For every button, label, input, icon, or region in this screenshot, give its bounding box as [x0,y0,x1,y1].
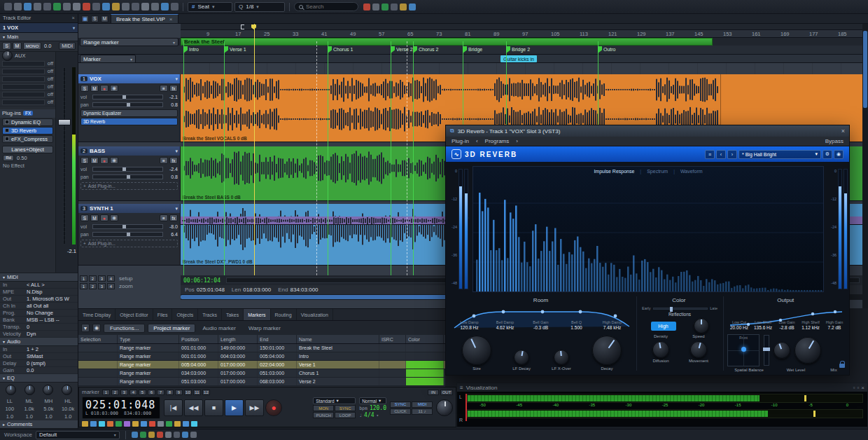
preset-number-button[interactable]: 1 [80,283,88,289]
toolbar-icon[interactable] [151,3,159,11]
marker-number-button[interactable]: 9 [175,390,183,395]
toolbar-icon[interactable] [409,4,416,11]
midi-setting-row[interactable]: Ch Inall Out all [0,303,78,310]
marker-number-button[interactable]: 4 [130,390,137,395]
marker-number-button[interactable]: 2 [111,390,119,395]
search-box[interactable] [294,2,358,11]
loop-flag-icon[interactable] [241,25,244,29]
pan-slider[interactable] [92,174,163,179]
chevron-down-icon[interactable]: ▾ [175,76,178,82]
midi-setting-row[interactable]: Transp.0 [0,324,78,331]
in-button[interactable]: IN [428,390,439,395]
section-midi[interactable]: ▾ MIDI [0,273,78,282]
table-header-cell[interactable]: Name [297,335,379,343]
toolbar-icon[interactable] [363,4,370,11]
project-tab[interactable]: Break the Steel.VIP × [111,14,178,23]
next-program-icon[interactable]: › [516,138,518,144]
aux-send-row[interactable]: off [0,76,55,83]
spatial-balance-pad[interactable]: Front [727,334,760,366]
display-tab[interactable]: Spectrum [647,169,668,174]
toolbar-icon[interactable] [141,3,149,11]
gear-icon[interactable]: ⚙ [822,150,832,159]
close-icon[interactable]: × [861,385,864,391]
snap-icon[interactable] [141,421,147,427]
table-row[interactable]: Range marker051:03:000017:00:000068:03:0… [78,378,445,386]
preset-number-button[interactable]: 2 [89,283,97,289]
section-marker-flag[interactable] [463,46,467,53]
section-eq[interactable]: ▾ EQ [0,374,78,383]
toolbar-icon[interactable] [83,3,90,11]
aux-send-row[interactable]: off [0,91,55,99]
preset-number-button[interactable]: 3 [98,275,106,282]
docker-tab[interactable]: Takes [222,309,244,320]
marker-number-button[interactable]: 3 [120,390,128,395]
statusbar-icon[interactable] [132,432,138,438]
eye-icon[interactable]: ◉ [92,324,101,332]
knob-dial[interactable] [592,336,622,365]
monitor-button[interactable]: ◉ [110,214,118,221]
eq-band-knob[interactable] [24,385,35,395]
record-arm-button[interactable]: ● [100,214,108,221]
toolbar-icon[interactable] [34,3,41,11]
speed-knob[interactable] [694,318,709,334]
sync2-button[interactable]: SYNC [390,401,411,408]
range-marker[interactable]: Break the Steel [181,38,713,46]
param-cell[interactable]: High Damp7.48 kHz [594,320,630,330]
lock-icon[interactable] [839,364,845,368]
marker-color-cell[interactable] [406,369,444,377]
read-button[interactable]: Rd [3,155,14,161]
preset-number-button[interactable]: 4 [107,283,115,289]
add-plugin-button[interactable]: +Add Plug-in... [80,240,178,247]
param-cell[interactable]: Low Gain-2.8 dB [775,320,799,330]
docker-tab[interactable]: Object Editor [115,309,153,320]
snap-icon[interactable] [132,421,139,427]
volume-slider-handle[interactable] [122,167,126,171]
docker-tab[interactable]: Objects [172,309,198,320]
volume-slider[interactable] [92,224,163,229]
toolbar-icon[interactable] [112,3,120,11]
statusbar-icon[interactable] [190,432,197,438]
eq-band-knob[interactable] [62,385,72,395]
track-selector[interactable]: 1 VOX ▾ [0,23,78,33]
table-header-cell[interactable]: ISRC [379,335,406,343]
stop-button[interactable]: ■ [204,399,223,416]
functions-button[interactable]: Functions... [104,324,145,333]
toolbar-icon[interactable] [4,3,12,11]
section-marker-flag[interactable] [413,46,417,53]
punch-button[interactable]: PUNCH [313,412,334,418]
automation-button[interactable]: ≡ [160,214,168,221]
param-cell[interactable]: High Gain7.2 dB [822,320,846,330]
marker-number-button[interactable]: 8 [166,390,174,395]
monitor-button[interactable]: ◉ [110,157,118,164]
click-volume[interactable]: 11 ♪ [412,408,433,415]
bpm-display[interactable]: bpm120.0 [359,405,386,411]
plugin-checkbox[interactable] [5,120,9,124]
horizontal-scroll-thumb[interactable] [181,295,447,299]
marker-type-tab[interactable]: Warp marker [243,324,286,333]
size-knob[interactable]: Size [462,336,491,371]
mute-button[interactable]: M [90,214,99,221]
range-marker-lane[interactable]: Break the Steel [78,38,868,46]
toolbar-icon[interactable] [53,3,61,11]
lanes-object-button[interactable]: Lanes+Object [2,146,53,153]
pan-slider-handle[interactable] [127,103,130,106]
table-header-cell[interactable]: Type [118,335,179,343]
toolbar-icon[interactable] [24,3,31,11]
time-signature[interactable]: ♩4/4▾ [359,412,386,418]
plugin-chip[interactable]: Dynamic Equalizer [80,109,178,117]
track-editor-header[interactable]: Track Editor × [0,14,78,23]
volume-fader-handle[interactable] [58,119,71,125]
eq-band-knob[interactable] [43,385,53,395]
plugin-checkbox[interactable] [5,137,9,141]
docker-tab[interactable]: Visualization [297,309,333,320]
menu-icon[interactable]: ≡ [705,150,715,159]
timeline-ruler[interactable]: 9172533414957657381899710511312112913714… [181,30,862,38]
seat-dropdown[interactable]: # Seat ▾ [188,2,232,12]
toolbar-icon[interactable] [391,4,398,11]
search-input[interactable] [306,4,355,10]
preset-number-button[interactable]: 4 [107,275,115,282]
monitor-button[interactable]: ◉ [110,85,118,92]
quantize-dropdown[interactable]: Q 1/8 ▾ [234,2,285,12]
power-icon[interactable]: ◉ [834,150,844,159]
eq-band-knob[interactable] [6,385,16,395]
